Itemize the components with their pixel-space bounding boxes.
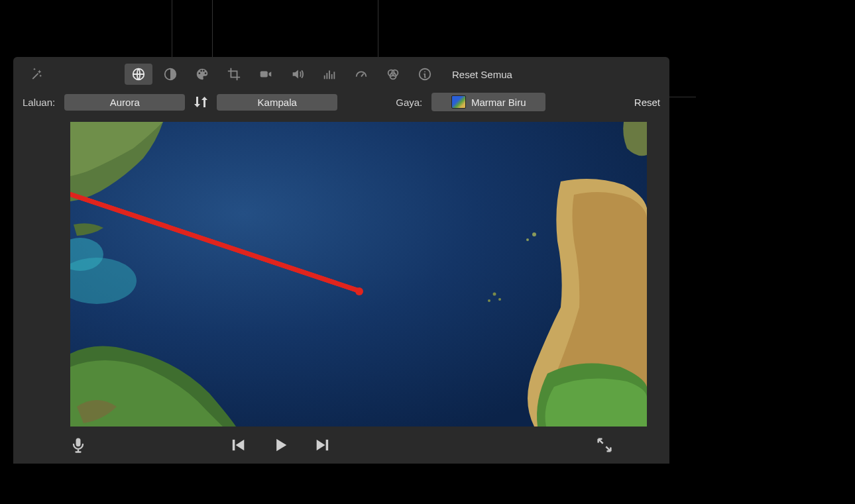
filters-icon[interactable] [379,64,407,85]
route-label: Laluan: [23,97,55,108]
previous-frame-button[interactable] [229,436,247,454]
map-style-value: Marmar Biru [471,97,526,108]
volume-icon[interactable] [284,64,312,85]
svg-point-18 [498,298,501,301]
style-label: Gaya: [396,97,422,108]
end-location-value: Kampala [258,97,297,108]
route-endpoint-dot [355,287,363,295]
next-frame-button[interactable] [314,436,332,454]
world-map-graphic [70,122,647,427]
fullscreen-icon[interactable] [595,436,614,454]
svg-rect-4 [326,73,327,79]
svg-rect-20 [76,438,81,447]
video-editor-panel: Reset Semua Laluan: Aurora Kampala Gaya:… [13,57,669,464]
svg-point-15 [532,232,536,236]
svg-rect-5 [329,71,330,79]
contrast-icon[interactable] [156,64,184,85]
svg-rect-7 [333,72,335,79]
play-button[interactable] [271,436,290,454]
playback-bar [13,427,669,464]
svg-rect-21 [233,440,235,450]
start-location-dropdown[interactable]: Aurora [64,94,185,111]
reset-button[interactable]: Reset [634,97,660,108]
svg-rect-22 [326,440,329,450]
adjustments-toolbar: Reset Semua [13,57,669,89]
reset-all-button[interactable]: Reset Semua [452,69,512,80]
speedometer-icon[interactable] [347,64,375,85]
map-controls-row: Laluan: Aurora Kampala Gaya: Marmar Biru… [13,89,669,119]
swap-locations-button[interactable] [192,93,210,111]
end-location-dropdown[interactable]: Kampala [217,94,337,111]
map-style-thumbnail [451,95,466,109]
equalizer-icon[interactable] [315,64,343,85]
camera-icon[interactable] [252,64,280,85]
microphone-icon[interactable] [69,436,87,454]
start-location-value: Aurora [110,97,140,108]
svg-rect-3 [324,76,325,79]
info-icon[interactable] [411,64,439,85]
map-style-dropdown[interactable]: Marmar Biru [431,93,545,111]
svg-point-16 [526,238,529,241]
svg-rect-6 [331,74,333,79]
svg-point-17 [493,293,496,296]
svg-rect-2 [260,71,268,77]
svg-point-19 [488,299,490,302]
globe-icon[interactable] [125,64,152,85]
palette-icon[interactable] [188,64,216,85]
map-preview [70,122,647,427]
crop-icon[interactable] [220,64,248,85]
magic-wand-icon[interactable] [23,64,50,85]
